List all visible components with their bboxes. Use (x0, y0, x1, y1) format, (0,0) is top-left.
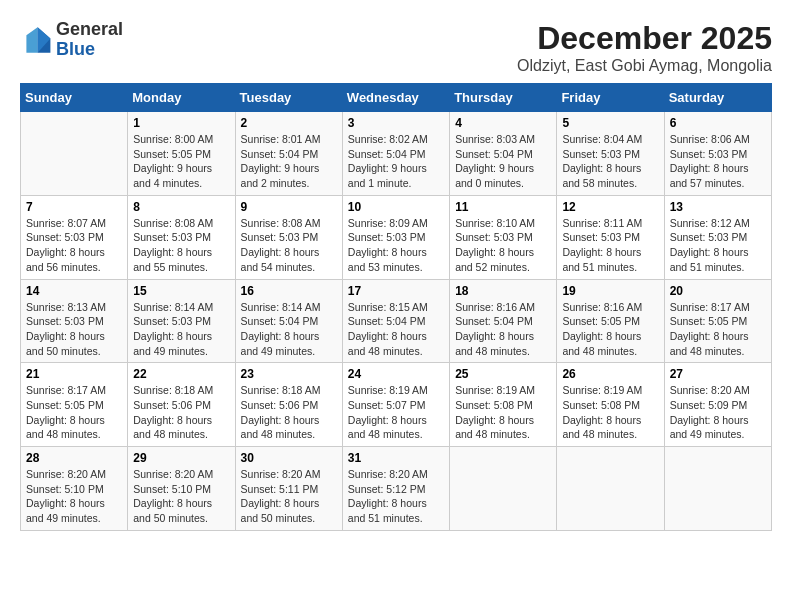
day-number: 14 (26, 284, 122, 298)
day-info: Sunrise: 8:20 AMSunset: 5:12 PMDaylight:… (348, 467, 444, 526)
day-number: 13 (670, 200, 766, 214)
calendar-cell: 15Sunrise: 8:14 AMSunset: 5:03 PMDayligh… (128, 279, 235, 363)
calendar-week-1: 1Sunrise: 8:00 AMSunset: 5:05 PMDaylight… (21, 112, 772, 196)
calendar-cell: 31Sunrise: 8:20 AMSunset: 5:12 PMDayligh… (342, 447, 449, 531)
calendar-week-5: 28Sunrise: 8:20 AMSunset: 5:10 PMDayligh… (21, 447, 772, 531)
day-number: 5 (562, 116, 658, 130)
calendar-cell: 30Sunrise: 8:20 AMSunset: 5:11 PMDayligh… (235, 447, 342, 531)
calendar-cell: 24Sunrise: 8:19 AMSunset: 5:07 PMDayligh… (342, 363, 449, 447)
day-info: Sunrise: 8:06 AMSunset: 5:03 PMDaylight:… (670, 132, 766, 191)
day-info: Sunrise: 8:03 AMSunset: 5:04 PMDaylight:… (455, 132, 551, 191)
calendar-cell: 1Sunrise: 8:00 AMSunset: 5:05 PMDaylight… (128, 112, 235, 196)
day-number: 6 (670, 116, 766, 130)
calendar-header-friday: Friday (557, 84, 664, 112)
day-info: Sunrise: 8:08 AMSunset: 5:03 PMDaylight:… (241, 216, 337, 275)
day-number: 21 (26, 367, 122, 381)
calendar-cell: 4Sunrise: 8:03 AMSunset: 5:04 PMDaylight… (450, 112, 557, 196)
title-area: December 2025 Oldziyt, East Gobi Aymag, … (517, 20, 772, 75)
day-number: 3 (348, 116, 444, 130)
day-number: 22 (133, 367, 229, 381)
day-info: Sunrise: 8:10 AMSunset: 5:03 PMDaylight:… (455, 216, 551, 275)
day-info: Sunrise: 8:11 AMSunset: 5:03 PMDaylight:… (562, 216, 658, 275)
day-number: 26 (562, 367, 658, 381)
day-info: Sunrise: 8:19 AMSunset: 5:08 PMDaylight:… (455, 383, 551, 442)
calendar-cell: 20Sunrise: 8:17 AMSunset: 5:05 PMDayligh… (664, 279, 771, 363)
calendar-header-wednesday: Wednesday (342, 84, 449, 112)
logo-blue-text: Blue (56, 39, 95, 59)
day-info: Sunrise: 8:17 AMSunset: 5:05 PMDaylight:… (670, 300, 766, 359)
calendar-cell (557, 447, 664, 531)
day-number: 11 (455, 200, 551, 214)
day-number: 15 (133, 284, 229, 298)
day-number: 17 (348, 284, 444, 298)
calendar-body: 1Sunrise: 8:00 AMSunset: 5:05 PMDaylight… (21, 112, 772, 531)
day-info: Sunrise: 8:20 AMSunset: 5:10 PMDaylight:… (26, 467, 122, 526)
calendar-cell: 27Sunrise: 8:20 AMSunset: 5:09 PMDayligh… (664, 363, 771, 447)
calendar-cell: 26Sunrise: 8:19 AMSunset: 5:08 PMDayligh… (557, 363, 664, 447)
calendar-cell: 9Sunrise: 8:08 AMSunset: 5:03 PMDaylight… (235, 195, 342, 279)
day-info: Sunrise: 8:19 AMSunset: 5:08 PMDaylight:… (562, 383, 658, 442)
day-info: Sunrise: 8:01 AMSunset: 5:04 PMDaylight:… (241, 132, 337, 191)
calendar-table: SundayMondayTuesdayWednesdayThursdayFrid… (20, 83, 772, 531)
day-number: 12 (562, 200, 658, 214)
day-info: Sunrise: 8:17 AMSunset: 5:05 PMDaylight:… (26, 383, 122, 442)
day-info: Sunrise: 8:14 AMSunset: 5:03 PMDaylight:… (133, 300, 229, 359)
calendar-cell: 19Sunrise: 8:16 AMSunset: 5:05 PMDayligh… (557, 279, 664, 363)
calendar-cell: 11Sunrise: 8:10 AMSunset: 5:03 PMDayligh… (450, 195, 557, 279)
calendar-cell: 8Sunrise: 8:08 AMSunset: 5:03 PMDaylight… (128, 195, 235, 279)
calendar-cell: 13Sunrise: 8:12 AMSunset: 5:03 PMDayligh… (664, 195, 771, 279)
day-number: 7 (26, 200, 122, 214)
logo: General Blue (20, 20, 123, 60)
general-blue-icon (20, 24, 52, 56)
day-info: Sunrise: 8:20 AMSunset: 5:09 PMDaylight:… (670, 383, 766, 442)
calendar-cell: 18Sunrise: 8:16 AMSunset: 5:04 PMDayligh… (450, 279, 557, 363)
day-number: 27 (670, 367, 766, 381)
day-number: 9 (241, 200, 337, 214)
day-number: 18 (455, 284, 551, 298)
day-number: 28 (26, 451, 122, 465)
day-number: 8 (133, 200, 229, 214)
calendar-header-saturday: Saturday (664, 84, 771, 112)
page-title: December 2025 (517, 20, 772, 57)
day-info: Sunrise: 8:18 AMSunset: 5:06 PMDaylight:… (241, 383, 337, 442)
calendar-cell: 25Sunrise: 8:19 AMSunset: 5:08 PMDayligh… (450, 363, 557, 447)
calendar-cell: 6Sunrise: 8:06 AMSunset: 5:03 PMDaylight… (664, 112, 771, 196)
calendar-week-3: 14Sunrise: 8:13 AMSunset: 5:03 PMDayligh… (21, 279, 772, 363)
calendar-cell: 16Sunrise: 8:14 AMSunset: 5:04 PMDayligh… (235, 279, 342, 363)
day-number: 23 (241, 367, 337, 381)
calendar-cell: 10Sunrise: 8:09 AMSunset: 5:03 PMDayligh… (342, 195, 449, 279)
calendar-cell: 12Sunrise: 8:11 AMSunset: 5:03 PMDayligh… (557, 195, 664, 279)
day-number: 31 (348, 451, 444, 465)
calendar-header-monday: Monday (128, 84, 235, 112)
calendar-cell (450, 447, 557, 531)
day-info: Sunrise: 8:18 AMSunset: 5:06 PMDaylight:… (133, 383, 229, 442)
calendar-cell: 28Sunrise: 8:20 AMSunset: 5:10 PMDayligh… (21, 447, 128, 531)
day-number: 19 (562, 284, 658, 298)
calendar-cell: 2Sunrise: 8:01 AMSunset: 5:04 PMDaylight… (235, 112, 342, 196)
day-info: Sunrise: 8:09 AMSunset: 5:03 PMDaylight:… (348, 216, 444, 275)
day-number: 20 (670, 284, 766, 298)
day-info: Sunrise: 8:00 AMSunset: 5:05 PMDaylight:… (133, 132, 229, 191)
calendar-cell: 23Sunrise: 8:18 AMSunset: 5:06 PMDayligh… (235, 363, 342, 447)
calendar-week-2: 7Sunrise: 8:07 AMSunset: 5:03 PMDaylight… (21, 195, 772, 279)
day-number: 30 (241, 451, 337, 465)
calendar-week-4: 21Sunrise: 8:17 AMSunset: 5:05 PMDayligh… (21, 363, 772, 447)
calendar-cell: 5Sunrise: 8:04 AMSunset: 5:03 PMDaylight… (557, 112, 664, 196)
day-info: Sunrise: 8:07 AMSunset: 5:03 PMDaylight:… (26, 216, 122, 275)
day-number: 25 (455, 367, 551, 381)
page-subtitle: Oldziyt, East Gobi Aymag, Mongolia (517, 57, 772, 75)
day-info: Sunrise: 8:20 AMSunset: 5:10 PMDaylight:… (133, 467, 229, 526)
calendar-cell: 3Sunrise: 8:02 AMSunset: 5:04 PMDaylight… (342, 112, 449, 196)
day-info: Sunrise: 8:14 AMSunset: 5:04 PMDaylight:… (241, 300, 337, 359)
day-number: 29 (133, 451, 229, 465)
day-number: 24 (348, 367, 444, 381)
calendar-cell (664, 447, 771, 531)
day-info: Sunrise: 8:20 AMSunset: 5:11 PMDaylight:… (241, 467, 337, 526)
calendar-cell: 7Sunrise: 8:07 AMSunset: 5:03 PMDaylight… (21, 195, 128, 279)
logo-general-text: General (56, 19, 123, 39)
calendar-cell: 29Sunrise: 8:20 AMSunset: 5:10 PMDayligh… (128, 447, 235, 531)
day-number: 1 (133, 116, 229, 130)
calendar-cell: 21Sunrise: 8:17 AMSunset: 5:05 PMDayligh… (21, 363, 128, 447)
day-number: 16 (241, 284, 337, 298)
calendar-header-tuesday: Tuesday (235, 84, 342, 112)
